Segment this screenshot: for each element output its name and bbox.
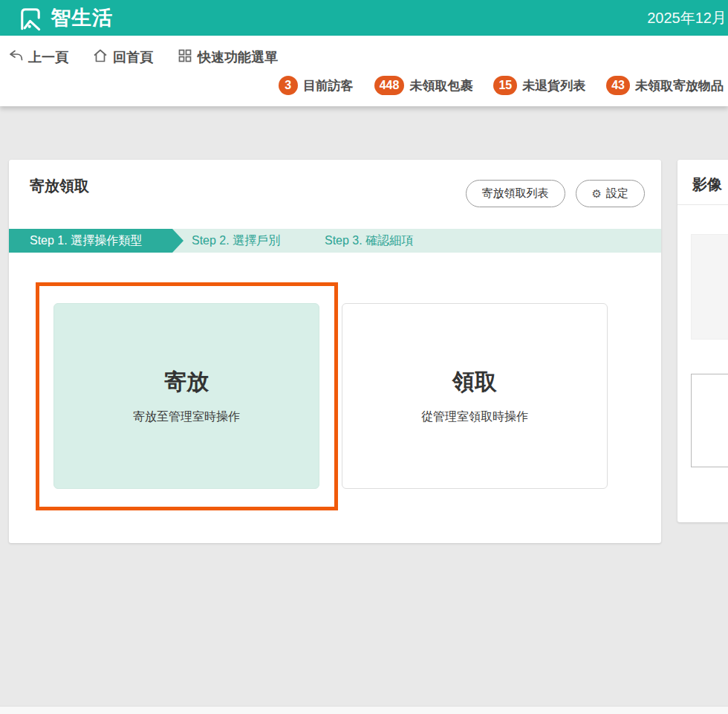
deposit-option-title: 寄放 (164, 367, 209, 397)
home-button[interactable]: 回首頁 (92, 48, 153, 68)
video-preview-placeholder (691, 234, 728, 340)
status-badges: 3 目前訪客 448 未領取包裹 15 未退貨列表 43 未領取寄放物品 (279, 74, 724, 97)
video-panel-divider (677, 204, 728, 205)
status-current-visitors[interactable]: 3 目前訪客 (279, 76, 354, 95)
brand-name: 智生活 (51, 4, 113, 31)
app-header: 智生活 2025年12月 (0, 0, 728, 36)
card-actions: 寄放領取列表 ⚙ 設定 (466, 180, 645, 207)
grid-menu-icon (177, 48, 193, 68)
settings-button[interactable]: ⚙ 設定 (576, 180, 645, 207)
horizontal-scrollbar[interactable] (0, 706, 728, 714)
quick-menu-button[interactable]: 快速功能選單 (177, 48, 278, 68)
video-panel-title: 影像 (692, 175, 722, 195)
brand-logo-icon (16, 4, 45, 32)
header-date: 2025年12月 (647, 0, 727, 36)
back-arrow-icon (7, 48, 24, 68)
gear-icon: ⚙ (592, 187, 602, 201)
page-title: 寄放領取 (30, 176, 89, 196)
nav-bar: 上一頁 回首頁 快速功能選單 3 目前訪客 448 未領取包裹 15 未退貨列表 (0, 36, 728, 106)
step-3-tab: Step 3. 確認細項 (325, 229, 413, 253)
home-button-label: 回首頁 (113, 48, 153, 66)
pickup-option-card[interactable]: 領取 從管理室領取時操作 (342, 303, 608, 489)
deposit-option-subtitle: 寄放至管理室時操作 (133, 409, 240, 425)
snapshot-placeholder (691, 374, 728, 467)
step-bar: Step 1. 選擇操作類型 Step 2. 選擇戶別 Step 3. 確認細項 (9, 229, 661, 253)
quick-menu-label: 快速功能選單 (198, 48, 278, 66)
back-button[interactable]: 上一頁 (7, 48, 68, 68)
status-return-list[interactable]: 15 未退貨列表 (493, 76, 585, 95)
home-icon (92, 48, 108, 68)
package-count-badge: 448 (374, 76, 405, 95)
status-unclaimed-deposits[interactable]: 43 未領取寄放物品 (606, 76, 724, 95)
brand: 智生活 (0, 4, 113, 32)
video-panel: 影像 (677, 160, 728, 522)
pickup-option-subtitle: 從管理室領取時操作 (421, 409, 528, 425)
step-1-tab[interactable]: Step 1. 選擇操作類型 (9, 229, 172, 253)
status-unclaimed-packages[interactable]: 448 未領取包裹 (374, 76, 473, 95)
nav-links: 上一頁 回首頁 快速功能選單 (7, 46, 278, 68)
return-count-badge: 15 (493, 76, 517, 95)
deposit-count-badge: 43 (606, 76, 630, 95)
deposit-pickup-card: 寄放領取 寄放領取列表 ⚙ 設定 Step 1. 選擇操作類型 Step 2. … (9, 160, 661, 543)
pickup-option-title: 領取 (452, 367, 497, 397)
visitor-count-badge: 3 (279, 76, 298, 95)
deposit-option-card[interactable]: 寄放 寄放至管理室時操作 (53, 303, 319, 489)
step-2-tab: Step 2. 選擇戶別 (192, 229, 280, 253)
deposit-pickup-list-button[interactable]: 寄放領取列表 (466, 180, 565, 207)
back-button-label: 上一頁 (28, 48, 68, 66)
